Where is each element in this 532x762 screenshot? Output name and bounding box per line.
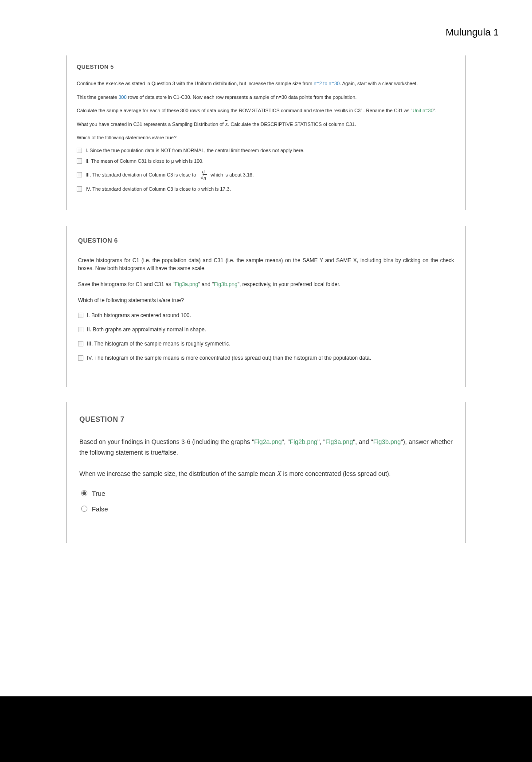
text: ", " xyxy=(317,438,325,445)
text: which is 17.3. xyxy=(200,186,231,192)
question-6: QUESTION 6 Create histograms for C1 (i.e… xyxy=(66,226,466,387)
text: Save the histograms for C1 and C31 as " xyxy=(78,281,175,287)
q7-para-1: Based on your findings in Questions 3-6 … xyxy=(79,437,453,458)
q6-option-2[interactable]: II. Both graphs are approximately normal… xyxy=(78,326,454,333)
highlight-fig2b: Fig2b.png xyxy=(290,438,317,445)
q6-option-1[interactable]: I. Both histograms are centered around 1… xyxy=(78,312,454,318)
fraction-sigma-over-sqrt-n: σ n xyxy=(199,169,208,181)
text: This time generate xyxy=(77,94,118,100)
q6-option-3[interactable]: III. The histogram of the sample means i… xyxy=(78,341,454,347)
q5-option-1[interactable]: I. Since the true population data is NOT… xyxy=(77,148,455,153)
q7-para-2: When we increase the sample size, the di… xyxy=(79,467,453,479)
q5-para-2: This time generate 300 rows of data stor… xyxy=(77,94,455,101)
text: is more concentrated (less spread out). xyxy=(282,470,391,477)
question-5-title: QUESTION 5 xyxy=(77,63,455,70)
q7-option-false[interactable]: False xyxy=(81,505,453,513)
checkbox-icon[interactable] xyxy=(77,148,82,153)
radio-icon[interactable] xyxy=(81,506,87,512)
q5-para-4: What you have created in C31 represents … xyxy=(77,121,455,128)
q5-option-4[interactable]: IV. The standard deviation of Column C3 … xyxy=(77,186,455,192)
highlight-fig3a: Fig3a.png xyxy=(325,438,353,445)
text: " and " xyxy=(198,281,214,287)
option-label: I. Since the true population data is NOT… xyxy=(86,148,305,153)
radio-selected-icon[interactable] xyxy=(81,490,87,496)
q5-para-3: Calculate the sample average for each of… xyxy=(77,107,455,114)
question-5: QUESTION 5 Continue the exercise as stat… xyxy=(66,55,466,210)
option-label: III. The histogram of the sample means i… xyxy=(87,341,231,347)
highlight-300: 300 xyxy=(118,94,126,100)
highlight-unif-n30: Unif n=30 xyxy=(412,108,433,113)
text: IV. The standard deviation of Column C3 … xyxy=(86,186,198,192)
checkbox-icon[interactable] xyxy=(78,341,83,346)
checkbox-icon[interactable] xyxy=(78,355,83,361)
text: ", " xyxy=(282,438,290,445)
text: which is about 3.16. xyxy=(211,172,254,177)
q5-prompt: Which of the following statement/s is/ar… xyxy=(77,134,455,141)
option-label: II. Both graphs are approximately normal… xyxy=(87,326,206,333)
question-7-title: QUESTION 7 xyxy=(79,416,453,424)
highlight-fig3b: Fig3b.png xyxy=(214,281,237,287)
question-6-title: QUESTION 6 xyxy=(78,237,454,244)
text: ", respectively, in your preferred local… xyxy=(238,281,340,287)
radio-label: True xyxy=(92,490,105,497)
checkbox-icon[interactable] xyxy=(77,158,82,164)
text: . Again, start with a clear worksheet. xyxy=(340,81,418,86)
checkbox-icon[interactable] xyxy=(78,313,83,318)
text: ". xyxy=(434,108,437,113)
q6-option-4[interactable]: IV. The histogram of the sample means is… xyxy=(78,355,454,361)
n-symbol: n xyxy=(203,174,207,181)
text: Based on your findings in Questions 3-6 … xyxy=(79,438,254,445)
highlight-n2-n30: n=2 to n=30 xyxy=(313,81,340,86)
text: ", and " xyxy=(353,438,373,445)
q7-option-true[interactable]: True xyxy=(81,490,453,497)
roman: III. xyxy=(86,172,92,177)
option-label: III. The standard deviation of Column C3… xyxy=(86,169,254,181)
checkbox-icon[interactable] xyxy=(77,172,82,177)
question-7: QUESTION 7 Based on your findings in Que… xyxy=(66,402,466,543)
xbar-symbol: X xyxy=(225,121,228,128)
option-label: IV. The standard deviation of Column C3 … xyxy=(86,186,231,192)
highlight-fig2a: Fig2a.png xyxy=(254,438,282,445)
text: When we increase the sample size, the di… xyxy=(79,470,277,477)
q5-para-1: Continue the exercise as stated in Quest… xyxy=(77,80,455,87)
option-label: I. Both histograms are centered around 1… xyxy=(87,312,191,318)
q6-prompt: Which of te following statement/s is/are… xyxy=(78,296,454,304)
q5-option-3[interactable]: III. The standard deviation of Column C3… xyxy=(77,169,455,181)
text: What you have created in C31 represents … xyxy=(77,122,225,127)
highlight-fig3a: Fig3a.png xyxy=(175,281,198,287)
text: Calculate the sample average for each of… xyxy=(77,108,412,113)
page-header-name: Mulungula 1 xyxy=(446,27,499,38)
text: The standard deviation of Column C3 is c… xyxy=(92,172,197,177)
option-label: IV. The histogram of the sample means is… xyxy=(87,355,371,361)
text: Continue the exercise as stated in Quest… xyxy=(77,81,313,86)
radio-label: False xyxy=(92,505,108,513)
highlight-fig3b: Fig3b.png xyxy=(373,438,401,445)
text: rows of data store in C1-C30. Now each r… xyxy=(127,94,357,100)
document-page: Mulungula 1 QUESTION 5 Continue the exer… xyxy=(0,0,532,696)
q6-para-2: Save the histograms for C1 and C31 as "F… xyxy=(78,280,454,288)
option-label: II. The mean of Column C31 is close to μ… xyxy=(86,158,203,164)
content-area: QUESTION 5 Continue the exercise as stat… xyxy=(0,55,532,543)
q6-para-1: Create histograms for C1 (i.e. the popul… xyxy=(78,256,454,272)
checkbox-icon[interactable] xyxy=(78,327,83,332)
q5-option-2[interactable]: II. The mean of Column C31 is close to μ… xyxy=(77,158,455,164)
sqrt-symbol: n xyxy=(200,175,207,181)
checkbox-icon[interactable] xyxy=(77,186,82,192)
text: . Calculate the DESCRIPTIVE STATISTICS o… xyxy=(228,122,356,127)
xbar-symbol: X xyxy=(277,467,282,479)
